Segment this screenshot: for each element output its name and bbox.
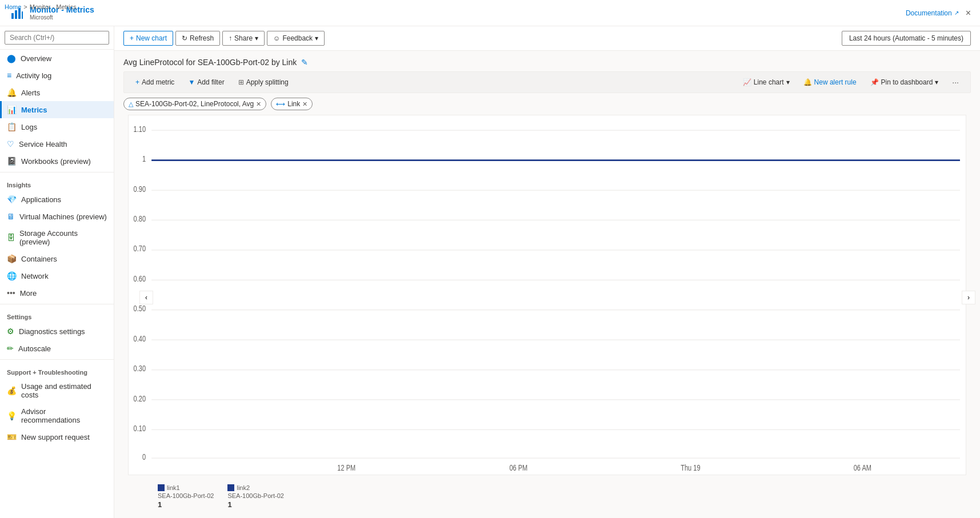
support-section-label: Support + Troubleshooting bbox=[0, 362, 114, 378]
close-button[interactable]: × bbox=[966, 8, 971, 18]
svg-text:0.30: 0.30 bbox=[134, 364, 146, 374]
svg-text:0.70: 0.70 bbox=[134, 244, 146, 254]
apply-splitting-button[interactable]: ⊞ Apply splitting bbox=[234, 76, 293, 89]
chart-area: 1.10 1 0.90 0.80 0.70 0.60 0.50 0.40 0.3… bbox=[128, 115, 966, 475]
feedback-icon: ☺ bbox=[273, 34, 280, 42]
sidebar-item-logs[interactable]: 📋 Logs bbox=[0, 118, 114, 135]
breadcrumb-home[interactable]: Home bbox=[5, 3, 21, 10]
workbooks-icon: 📓 bbox=[7, 156, 17, 166]
alert-rule-icon: 🔔 bbox=[803, 78, 812, 86]
sidebar-item-metrics[interactable]: 📊 Metrics bbox=[0, 101, 114, 118]
sidebar-item-applications[interactable]: 💎 Applications bbox=[0, 191, 114, 208]
sidebar-item-overview[interactable]: ⬤ Overview bbox=[0, 50, 114, 67]
chart-type-dropdown-icon: ▾ bbox=[786, 78, 790, 86]
support-icon: 🎫 bbox=[7, 432, 17, 441]
add-filter-button[interactable]: ▼ Add filter bbox=[183, 76, 229, 89]
legend-item-link1: link1 SEA-100Gb-Port-02 1 bbox=[158, 484, 214, 509]
tag1-close-icon[interactable]: ✕ bbox=[256, 101, 261, 108]
refresh-button[interactable]: ↻ Refresh bbox=[175, 31, 220, 46]
chart-area-wrapper: ‹ › 1.10 1 0.90 0.80 0.70 0.60 0.50 0. bbox=[123, 115, 971, 480]
sidebar-item-alerts[interactable]: 🔔 Alerts bbox=[0, 84, 114, 101]
applications-icon: 💎 bbox=[7, 195, 17, 204]
metric-tag-1[interactable]: △ SEA-100Gb-Port-02, LineProtocol, Avg ✕ bbox=[123, 98, 266, 110]
sidebar-item-support-request[interactable]: 🎫 New support request bbox=[0, 428, 114, 445]
documentation-link[interactable]: Documentation ↗ bbox=[906, 9, 959, 17]
svg-text:0.90: 0.90 bbox=[134, 184, 146, 194]
sidebar-item-advisor[interactable]: 💡 Advisor recommendations bbox=[0, 403, 114, 428]
new-chart-button[interactable]: + New chart bbox=[123, 31, 173, 46]
more-icon: ••• bbox=[7, 288, 15, 298]
legend-label-2: link2 bbox=[237, 484, 250, 491]
svg-text:12 PM: 12 PM bbox=[337, 463, 355, 473]
divider-support bbox=[0, 359, 114, 360]
sidebar-item-autoscale[interactable]: ✏ Autoscale bbox=[0, 340, 114, 357]
divider-insights bbox=[0, 172, 114, 172]
sidebar-item-service-health[interactable]: ♡ Service Health bbox=[0, 135, 114, 152]
new-alert-rule-button[interactable]: 🔔 New alert rule bbox=[799, 76, 861, 89]
share-dropdown-icon: ▾ bbox=[255, 34, 258, 42]
svg-text:1.10: 1.10 bbox=[134, 124, 146, 134]
legend-subtitle-2: SEA-100Gb-Port-02 bbox=[227, 492, 283, 499]
legend-row: link1 SEA-100Gb-Port-02 1 link2 SEA-100G… bbox=[123, 480, 971, 509]
logs-icon: 📋 bbox=[7, 122, 17, 131]
svg-text:0.50: 0.50 bbox=[134, 304, 146, 314]
chart-nav-left-button[interactable]: ‹ bbox=[139, 291, 153, 304]
sidebar-item-more[interactable]: ••• More bbox=[0, 284, 114, 302]
usage-costs-icon: 💰 bbox=[7, 386, 17, 395]
sidebar-item-activity-log[interactable]: ≡ Activity log bbox=[0, 67, 114, 84]
tag2-close-icon[interactable]: ✕ bbox=[302, 101, 307, 108]
overview-icon: ⬤ bbox=[7, 54, 16, 63]
sidebar-item-diagnostics[interactable]: ⚙ Diagnostics settings bbox=[0, 323, 114, 340]
svg-text:06 PM: 06 PM bbox=[509, 463, 527, 473]
metric-tag-2[interactable]: ⟷ Link ✕ bbox=[271, 98, 313, 110]
search-input[interactable] bbox=[5, 31, 109, 45]
share-button[interactable]: ↑ Share ▾ bbox=[222, 31, 265, 46]
autoscale-icon: ✏ bbox=[7, 344, 14, 353]
chart-container: Avg LineProtocol for SEA-100Gb-Port-02 b… bbox=[114, 51, 980, 518]
sidebar-item-network[interactable]: 🌐 Network bbox=[0, 267, 114, 284]
time-range-button[interactable]: Last 24 hours (Automatic - 5 minutes) bbox=[842, 31, 971, 46]
edit-title-icon[interactable]: ✎ bbox=[301, 58, 308, 67]
more-options-button[interactable]: ··· bbox=[947, 75, 963, 89]
svg-text:0.20: 0.20 bbox=[134, 393, 146, 403]
svg-text:0.40: 0.40 bbox=[134, 334, 146, 343]
tag1-icon: △ bbox=[129, 101, 133, 108]
top-bar: Monitor - Metrics Microsoft Home > Monit… bbox=[0, 0, 980, 26]
sidebar-item-storage-accounts[interactable]: 🗄 Storage Accounts (preview) bbox=[0, 225, 114, 250]
sidebar-item-virtual-machines[interactable]: 🖥 Virtual Machines (preview) bbox=[0, 208, 114, 225]
chart-title-row: Avg LineProtocol for SEA-100Gb-Port-02 b… bbox=[123, 51, 971, 71]
svg-text:1: 1 bbox=[142, 154, 146, 164]
main-toolbar: + New chart ↻ Refresh ↑ Share ▾ ☺ Feedba… bbox=[114, 26, 980, 51]
metric-toolbar: + Add metric ▼ Add filter ⊞ Apply splitt… bbox=[123, 71, 971, 93]
tags-row: △ SEA-100Gb-Port-02, LineProtocol, Avg ✕… bbox=[123, 93, 971, 115]
top-bar-right: Documentation ↗ × bbox=[906, 8, 971, 18]
external-link-icon: ↗ bbox=[954, 10, 959, 16]
feedback-button[interactable]: ☺ Feedback ▾ bbox=[267, 31, 325, 46]
breadcrumb: Home > Monitor - Metrics bbox=[5, 3, 77, 10]
main-layout: ⬤ Overview ≡ Activity log 🔔 Alerts 📊 Met… bbox=[0, 26, 980, 518]
legend-value-2: 1 bbox=[227, 500, 231, 509]
pin-dropdown-icon: ▾ bbox=[935, 78, 938, 86]
sidebar-item-workbooks[interactable]: 📓 Workbooks (preview) bbox=[0, 152, 114, 170]
refresh-icon: ↻ bbox=[182, 34, 187, 42]
legend-dot-1 bbox=[158, 484, 165, 491]
diagnostics-icon: ⚙ bbox=[7, 327, 14, 336]
tag2-icon: ⟷ bbox=[276, 101, 285, 108]
tag1-label: SEA-100Gb-Port-02, LineProtocol, Avg bbox=[135, 100, 254, 108]
svg-text:0.60: 0.60 bbox=[134, 274, 146, 283]
sidebar-item-containers[interactable]: 📦 Containers bbox=[0, 250, 114, 267]
pin-to-dashboard-button[interactable]: 📌 Pin to dashboard ▾ bbox=[866, 76, 943, 89]
legend-dot-2 bbox=[227, 484, 234, 491]
add-metric-icon: + bbox=[135, 78, 139, 86]
sidebar-item-usage-costs[interactable]: 💰 Usage and estimated costs bbox=[0, 378, 114, 403]
svg-text:0.10: 0.10 bbox=[134, 424, 146, 433]
chart-type-button[interactable]: 📈 Line chart ▾ bbox=[738, 76, 794, 89]
filter-icon: ▼ bbox=[188, 78, 195, 86]
legend-dot-row-2: link2 bbox=[227, 484, 250, 491]
alerts-icon: 🔔 bbox=[7, 88, 17, 97]
add-metric-button[interactable]: + Add metric bbox=[131, 76, 179, 89]
containers-icon: 📦 bbox=[7, 254, 17, 263]
tag2-label: Link bbox=[287, 100, 300, 108]
divider-settings bbox=[0, 304, 114, 304]
chart-nav-right-button[interactable]: › bbox=[962, 291, 975, 304]
